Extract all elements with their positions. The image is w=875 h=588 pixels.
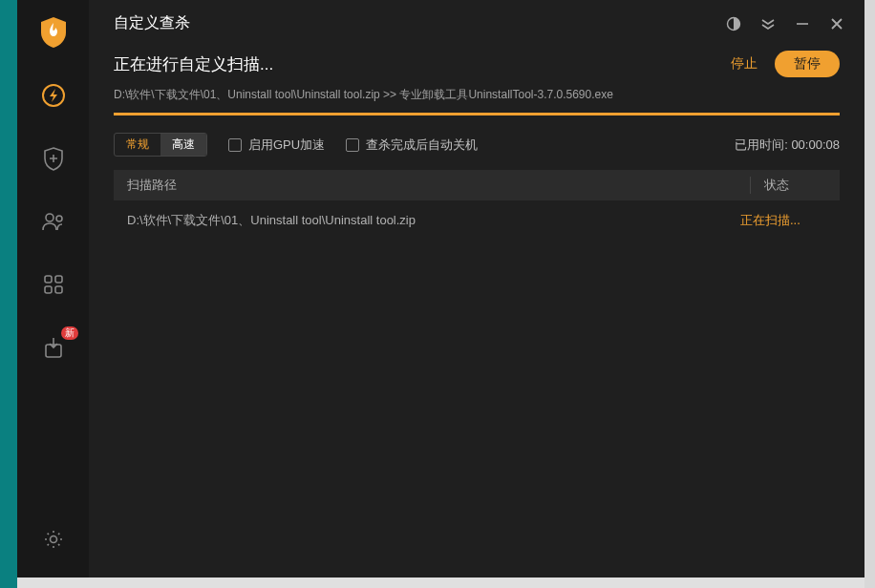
svg-rect-5	[45, 286, 52, 293]
close-button[interactable]	[828, 15, 845, 32]
gear-icon	[42, 528, 65, 551]
desktop-bottom-strip	[17, 578, 864, 588]
scan-header: 正在进行自定义扫描... 停止 暂停	[89, 41, 864, 85]
gpu-accel-label: 启用GPU加速	[248, 136, 325, 154]
close-icon	[830, 17, 843, 31]
checkbox-icon	[228, 138, 242, 152]
desktop-right-strip	[864, 0, 875, 588]
sidebar-item-settings[interactable]	[38, 524, 69, 555]
scan-status-title: 正在进行自定义扫描...	[114, 53, 273, 75]
download-box-icon	[43, 336, 64, 359]
th-status: 状态	[750, 177, 826, 194]
th-path: 扫描路径	[127, 177, 750, 194]
window-title: 自定义查杀	[114, 13, 190, 33]
desktop-left-strip	[0, 0, 17, 588]
shield-plus-icon	[42, 146, 65, 171]
sidebar-item-scan[interactable]	[38, 80, 69, 111]
theme-toggle-button[interactable]	[725, 15, 742, 32]
minimize-button[interactable]	[794, 15, 811, 32]
main-content: 自定义查杀	[89, 0, 864, 578]
new-badge: 新	[61, 326, 78, 340]
speed-toggle: 常规 高速	[114, 133, 207, 157]
timer-label: 已用时间:	[735, 137, 788, 152]
grid-icon	[43, 274, 64, 295]
sidebar-item-downloads[interactable]: 新	[38, 332, 69, 363]
svg-point-2	[56, 216, 62, 221]
menu-button[interactable]	[759, 15, 777, 32]
contrast-icon	[726, 16, 741, 32]
titlebar: 自定义查杀	[89, 0, 864, 41]
sidebar: 新	[17, 0, 89, 578]
row-status: 正在扫描...	[740, 212, 826, 229]
svg-point-1	[46, 214, 53, 221]
minimize-icon	[796, 17, 809, 31]
timer-value: 00:00:08	[791, 137, 840, 152]
sidebar-item-users[interactable]	[38, 206, 69, 237]
svg-rect-3	[45, 276, 52, 283]
svg-rect-4	[55, 276, 62, 283]
table-row: D:\软件\下载文件\01、Uninstall tool\Uninstall t…	[114, 200, 840, 241]
options-row: 常规 高速 启用GPU加速 查杀完成后自动关机 已用时间: 00:00:08	[89, 116, 864, 170]
speed-normal-option[interactable]: 常规	[115, 134, 160, 156]
auto-shutdown-label: 查杀完成后自动关机	[366, 136, 478, 154]
auto-shutdown-checkbox[interactable]: 查杀完成后自动关机	[346, 136, 478, 154]
shield-flame-icon	[39, 16, 68, 49]
table-header: 扫描路径 状态	[114, 170, 840, 200]
sidebar-item-apps[interactable]	[38, 269, 69, 300]
svg-point-8	[50, 536, 56, 543]
checkbox-icon	[346, 138, 359, 152]
window-controls	[725, 15, 845, 32]
stop-button[interactable]: 停止	[731, 55, 758, 73]
current-scan-path: D:\软件\下载文件\01、Uninstall tool\Uninstall t…	[89, 85, 864, 113]
row-path: D:\软件\下载文件\01、Uninstall tool\Uninstall t…	[127, 212, 740, 229]
sidebar-logo[interactable]	[38, 17, 69, 48]
chevrons-icon	[760, 18, 776, 30]
app-window: 新 自定义查杀	[17, 0, 864, 578]
people-icon	[41, 211, 66, 232]
gpu-accel-checkbox[interactable]: 启用GPU加速	[228, 136, 325, 154]
svg-rect-6	[55, 286, 62, 293]
elapsed-timer: 已用时间: 00:00:08	[735, 136, 840, 154]
speed-fast-option[interactable]: 高速	[160, 134, 206, 156]
pause-button[interactable]: 暂停	[775, 51, 840, 77]
lightning-circle-icon	[41, 83, 66, 108]
sidebar-item-protection[interactable]	[38, 143, 69, 174]
